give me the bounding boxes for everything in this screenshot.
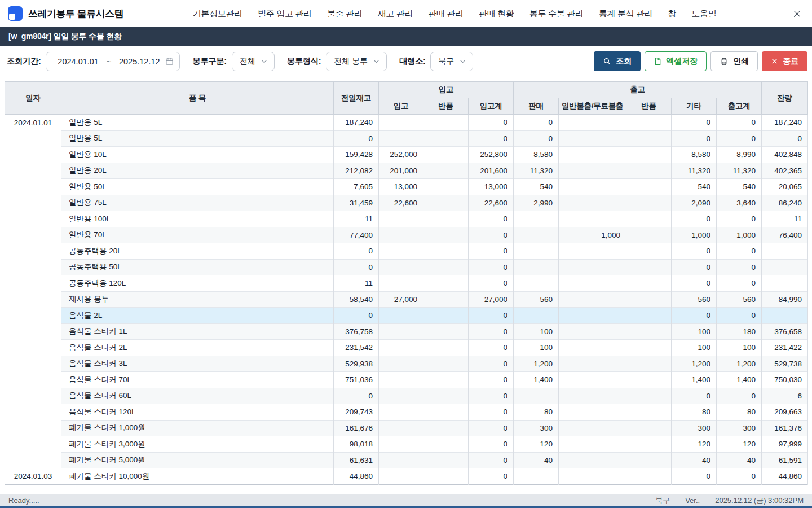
table-row[interactable]: 폐기물 스티커 1,000원161,6760300300300161,376: [5, 420, 808, 436]
cell-in-total: 13,000: [469, 179, 514, 195]
cell-date: [5, 340, 61, 356]
table-row[interactable]: 음식물 스티커 2L231,5420100100100231,422: [5, 340, 808, 356]
cell-in-return: [423, 452, 469, 468]
cell-remain: 6: [762, 388, 808, 404]
cell-etc: 1,000: [672, 227, 717, 243]
col-header-in-total: 입고계: [469, 98, 514, 115]
table-row[interactable]: 일반용 100L1100011: [5, 211, 808, 227]
date-range-input[interactable]: 2024.01.01 ~ 2025.12.12: [46, 52, 180, 71]
cell-out-return: [626, 404, 672, 421]
period-label: 조회기간:: [7, 56, 41, 67]
file-icon: [654, 57, 661, 65]
menu-item[interactable]: 판매 관리: [428, 8, 464, 19]
menu-item[interactable]: 봉투 수불 관리: [529, 8, 584, 19]
table-row[interactable]: 공동주택용 50L0000: [5, 259, 808, 275]
table-row[interactable]: 폐기물 스티커 3,000원98,018012012012097,999: [5, 436, 808, 453]
cell-prev-stock: 751,036: [334, 372, 379, 388]
table-row[interactable]: 일반용 5L000000: [5, 130, 808, 147]
cell-etc: 1,400: [672, 372, 717, 388]
cell-date: [5, 388, 61, 404]
table-row[interactable]: 음식물 스티커 70L751,03601,4001,4001,400750,03…: [5, 372, 808, 388]
col-group-inbound: 입고: [379, 82, 514, 98]
menu-item[interactable]: 불출 관리: [327, 8, 363, 19]
table-row[interactable]: 일반용 70L77,40001,0001,0001,00076,400: [5, 227, 808, 243]
cell-item: 일반용 5L: [61, 115, 334, 131]
cell-out-return: [626, 468, 672, 485]
calendar-icon[interactable]: [165, 57, 174, 65]
cell-out-return: [626, 452, 672, 468]
app-title: 쓰레기봉투 물류시스템: [28, 7, 123, 20]
cell-remain: 20,065: [762, 179, 808, 195]
menu-item[interactable]: 발주 입고 관리: [258, 8, 312, 19]
cell-in-total: 0: [469, 372, 514, 388]
menu-item[interactable]: 재고 관리: [378, 8, 413, 19]
col-group-outbound: 출고: [514, 82, 762, 98]
cell-sale: 0: [514, 115, 559, 131]
cell-in-total: 0: [469, 211, 514, 227]
app-logo-icon: [8, 6, 23, 21]
table-row[interactable]: 공동주택용 120L11000: [5, 275, 808, 292]
exit-button[interactable]: 종료: [762, 51, 807, 71]
statusbar-right: 북구 Ver.. 2025.12.12 (금) 3:00:32PM: [655, 496, 804, 506]
table-row[interactable]: 음식물 2L0000: [5, 308, 808, 324]
table-row[interactable]: 일반용 50L7,60513,00013,00054054054020,065: [5, 179, 808, 195]
cell-in: [379, 308, 423, 324]
cell-in: [379, 468, 423, 485]
table-row[interactable]: 음식물 스티커 3L529,93801,2001,2001,200529,738: [5, 356, 808, 372]
menu-item[interactable]: 창: [668, 8, 677, 19]
window-close-icon[interactable]: [792, 9, 802, 19]
cell-etc: 40: [672, 452, 717, 468]
cell-out-return: [626, 340, 672, 356]
cell-prev-stock: 0: [334, 308, 379, 324]
table-row[interactable]: 재사용 봉투58,54027,00027,00056056056084,990: [5, 291, 808, 308]
cell-out-return: [626, 163, 672, 179]
cell-issue: [559, 372, 626, 388]
menu-item[interactable]: 통계 분석 관리: [599, 8, 653, 19]
table-row[interactable]: 폐기물 스티커 5,000원61,631040404061,591: [5, 452, 808, 468]
date-separator: ~: [107, 57, 111, 66]
cell-in: [379, 227, 423, 243]
cell-in: [379, 211, 423, 227]
table-row[interactable]: 공동주택용 20L0000: [5, 243, 808, 260]
agency-select[interactable]: 북구: [430, 52, 473, 71]
table-row[interactable]: 음식물 스티커 1L376,7580100100180376,658: [5, 323, 808, 340]
cell-sale: 560: [514, 291, 559, 308]
print-button[interactable]: 인쇄: [710, 51, 758, 71]
col-header-sale: 판매: [514, 98, 559, 115]
search-button[interactable]: 조회: [594, 51, 641, 71]
cell-remain: 61,591: [762, 452, 808, 468]
bag-format-select[interactable]: 전체 봉투: [326, 52, 387, 71]
cell-in-return: [423, 356, 469, 372]
table-row[interactable]: 음식물 스티커 60L00006: [5, 388, 808, 404]
cell-in: [379, 115, 423, 131]
print-button-label: 인쇄: [733, 56, 749, 67]
cell-in: [379, 356, 423, 372]
cell-issue: [559, 179, 626, 195]
cell-in-total: 0: [469, 388, 514, 404]
table-row[interactable]: 일반용 10L159,428252,000252,8008,5808,5808,…: [5, 147, 808, 163]
table-row[interactable]: 일반용 20L212,082201,000201,60011,32011,320…: [5, 163, 808, 179]
cell-remain: 209,663: [762, 404, 808, 421]
cell-sale: 11,320: [514, 163, 559, 179]
cell-out-return: [626, 179, 672, 195]
cell-item: 일반용 20L: [61, 163, 334, 179]
cell-etc: 80: [672, 404, 717, 421]
excel-save-button[interactable]: 엑셀저장: [645, 51, 707, 71]
table-row[interactable]: 음식물 스티커 120L209,7430808080209,663: [5, 404, 808, 421]
cell-sale: 100: [514, 340, 559, 356]
menu-item[interactable]: 도움말: [691, 8, 716, 19]
menu-item[interactable]: 기본정보관리: [193, 8, 242, 19]
col-header-item: 품 목: [61, 82, 334, 115]
cell-item: 음식물 스티커 60L: [61, 388, 334, 404]
cell-in: 252,000: [379, 147, 423, 163]
cell-remain: 84,990: [762, 291, 808, 308]
cell-etc: 540: [672, 179, 717, 195]
cell-date: [5, 356, 61, 372]
menu-item[interactable]: 판매 현황: [479, 8, 514, 19]
table-row[interactable]: 2024.01.03폐기물 스티커 10,000원44,86000044,860: [5, 468, 808, 485]
status-agency: 북구: [655, 496, 670, 506]
table-row[interactable]: 일반용 75L31,45922,60022,6002,9902,0903,640…: [5, 195, 808, 211]
bag-type-select[interactable]: 전체: [232, 52, 275, 71]
table-row[interactable]: 2024.01.01일반용 5L187,2400000187,240: [5, 115, 808, 131]
cell-in: [379, 388, 423, 404]
